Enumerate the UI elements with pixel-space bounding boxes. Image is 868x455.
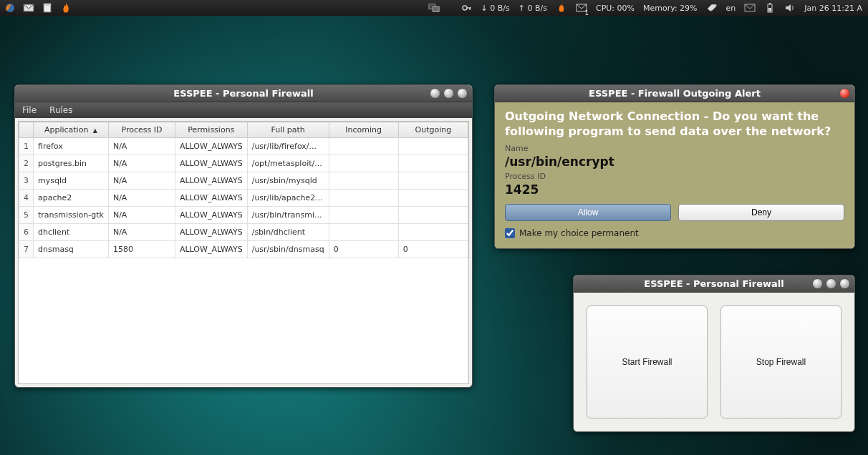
window-minimize-button[interactable]: [812, 278, 823, 289]
screens-icon[interactable]: [428, 2, 440, 14]
mail-indicator-icon[interactable]: 1: [576, 2, 587, 14]
cell-permissions: ALLOW_ALWAYS: [175, 207, 247, 224]
table-row[interactable]: 1firefoxN/AALLOW_ALWAYS/usr/lib/firefox/…: [19, 138, 468, 155]
flame-launcher-icon[interactable]: [60, 2, 72, 14]
table-row[interactable]: 4apache2N/AALLOW_ALWAYS/usr/lib/apache2.…: [19, 190, 468, 207]
col-full-path[interactable]: Full path: [247, 122, 329, 138]
cell-rownum: 2: [19, 155, 34, 172]
svg-rect-3: [44, 4, 51, 6]
cell-rownum: 6: [19, 224, 34, 241]
net-down-value: 0 B/s: [490, 4, 509, 13]
firewall-indicator-icon[interactable]: [556, 2, 567, 14]
start-firewall-button[interactable]: Start Firewall: [587, 305, 708, 419]
window-minimize-button[interactable]: [430, 88, 440, 99]
table-row[interactable]: 6dhclientN/AALLOW_ALWAYS/sbin/dhclient: [19, 224, 468, 241]
cell-permissions: ALLOW_ALWAYS: [175, 224, 247, 241]
col-incoming[interactable]: Incoming: [329, 122, 398, 138]
menu-rules[interactable]: Rules: [49, 105, 72, 115]
cell-incoming: [329, 138, 398, 155]
cell-incoming: [329, 190, 398, 207]
cell-application: mysqld: [34, 172, 109, 190]
firewall-alert-window: ESSPEE - Firewall Outgoing Alert Outgoin…: [494, 84, 855, 249]
stop-firewall-button[interactable]: Stop Firewall: [720, 305, 842, 419]
cell-rownum: 3: [19, 172, 34, 190]
cell-full-path: /usr/bin/transmi...: [247, 207, 329, 224]
svg-rect-5: [433, 6, 439, 11]
cell-application: postgres.bin: [34, 155, 109, 172]
window-title: ESSPEE - Personal Firewall: [644, 278, 783, 289]
window-titlebar[interactable]: ESSPEE - Personal Firewall: [15, 85, 472, 102]
cell-permissions: ALLOW_ALWAYS: [175, 172, 247, 190]
rules-table-container: Application ▲ Process ID Permissions Ful…: [18, 121, 469, 384]
cell-application: transmission-gtk: [34, 207, 109, 224]
cell-permissions: ALLOW_ALWAYS: [175, 155, 247, 172]
mail-badge: 1: [585, 10, 589, 16]
cell-process-id: N/A: [108, 224, 175, 241]
window-maximize-button[interactable]: [443, 88, 454, 99]
mail-tray-icon[interactable]: [744, 2, 756, 14]
col-process-id[interactable]: Process ID: [108, 122, 175, 138]
volume-icon[interactable]: [784, 2, 796, 14]
cell-rownum: 1: [19, 138, 34, 155]
col-permissions[interactable]: Permissions: [175, 122, 247, 138]
firefox-launcher-icon[interactable]: [4, 2, 16, 14]
table-row[interactable]: 5transmission-gtkN/AALLOW_ALWAYS/usr/bin…: [19, 207, 468, 224]
cell-permissions: ALLOW_ALWAYS: [175, 138, 247, 155]
window-maximize-button[interactable]: [826, 278, 836, 289]
net-up-indicator: ↑ 0 B/s: [519, 4, 547, 13]
cell-full-path: /sbin/dhclient: [247, 224, 329, 241]
window-close-button[interactable]: [839, 88, 850, 99]
cell-process-id: 1580: [108, 241, 175, 258]
cell-application: firefox: [34, 138, 109, 155]
eraser-icon[interactable]: [706, 2, 718, 14]
cell-outgoing: [398, 207, 468, 224]
cell-application: dhclient: [34, 224, 109, 241]
table-row[interactable]: 7dnsmasq1580ALLOW_ALWAYS/usr/sbin/dnsmas…: [19, 241, 468, 258]
alert-name-value: /usr/bin/encrypt: [505, 155, 844, 169]
key-icon[interactable]: [461, 2, 473, 14]
cell-process-id: N/A: [108, 190, 175, 207]
window-titlebar[interactable]: ESSPEE - Personal Firewall: [574, 275, 854, 293]
window-titlebar[interactable]: ESSPEE - Firewall Outgoing Alert: [495, 85, 854, 102]
battery-icon[interactable]: [764, 2, 776, 14]
arrow-up-icon: ↑: [519, 4, 525, 13]
cell-incoming: [329, 207, 398, 224]
permanent-choice-checkbox[interactable]: [505, 228, 515, 238]
rules-table: Application ▲ Process ID Permissions Ful…: [19, 122, 468, 258]
col-application[interactable]: Application ▲: [34, 122, 109, 138]
col-rownum[interactable]: [19, 122, 34, 138]
table-row[interactable]: 3mysqldN/AALLOW_ALWAYS/usr/sbin/mysqld: [19, 172, 468, 190]
clock[interactable]: Jan 26 11:21 A: [804, 4, 862, 13]
alert-pid-value: 1425: [505, 182, 844, 197]
cell-incoming: [329, 224, 398, 241]
allow-button[interactable]: Allow: [505, 204, 671, 221]
cell-rownum: 4: [19, 190, 34, 207]
window-close-button[interactable]: [457, 88, 468, 99]
table-row[interactable]: 2postgres.binN/AALLOW_ALWAYS/opt/metaspl…: [19, 155, 468, 172]
deny-button[interactable]: Deny: [678, 204, 844, 221]
cell-process-id: N/A: [108, 172, 175, 190]
mail-launcher-icon[interactable]: [23, 2, 34, 14]
svg-rect-12: [769, 3, 771, 4]
col-outgoing[interactable]: Outgoing: [398, 122, 468, 138]
permanent-choice-label: Make my choice permanent: [519, 228, 639, 238]
svg-point-6: [463, 6, 467, 10]
cell-full-path: /usr/lib/apache2...: [247, 190, 329, 207]
cell-full-path: /usr/sbin/dnsmasq: [247, 241, 329, 258]
files-launcher-icon[interactable]: [42, 2, 53, 14]
net-up-value: 0 B/s: [527, 4, 546, 13]
cell-outgoing: [398, 155, 468, 172]
cell-outgoing: 0: [398, 241, 468, 258]
menu-file[interactable]: File: [22, 105, 37, 115]
top-panel: ↓ 0 B/s ↑ 0 B/s 1 CPU: 00% Memory: 29% e…: [0, 0, 868, 16]
window-close-button[interactable]: [839, 278, 850, 289]
cell-outgoing: [398, 224, 468, 241]
svg-marker-8: [708, 4, 716, 11]
window-title: ESSPEE - Firewall Outgoing Alert: [589, 88, 761, 99]
alert-pid-label: Process ID: [505, 172, 844, 181]
cell-incoming: 0: [329, 241, 398, 258]
cell-rownum: 5: [19, 207, 34, 224]
cell-incoming: [329, 155, 398, 172]
permanent-choice-row[interactable]: Make my choice permanent: [505, 228, 844, 238]
language-indicator[interactable]: en: [726, 4, 736, 13]
